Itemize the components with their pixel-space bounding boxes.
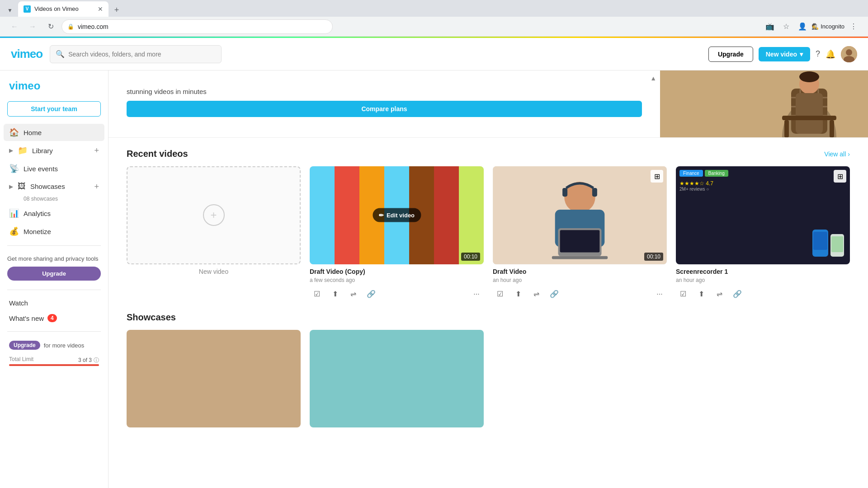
upgrade-prompt-text: Get more sharing and privacy tools xyxy=(7,255,101,263)
svg-rect-17 xyxy=(784,120,789,137)
vimeo-logo: vimeo xyxy=(9,80,45,92)
star-rating: ★★★★☆ 4.7 xyxy=(679,180,713,187)
new-video-card[interactable]: + New video xyxy=(127,166,301,301)
compare-plans-btn[interactable]: Compare plans xyxy=(127,101,642,117)
tabs-menu-btn[interactable]: ▼ xyxy=(4,4,16,17)
tab-bar: ▼ V Videos on Vimeo ✕ + xyxy=(0,0,868,17)
upgrade-inline: Upgrade for more videos xyxy=(0,337,108,353)
more-btn[interactable]: ⋮ xyxy=(846,19,861,34)
upgrade-section: Get more sharing and privacy tools Upgra… xyxy=(0,251,108,284)
color-bar-red xyxy=(335,166,359,264)
profile-btn[interactable]: 👤 xyxy=(795,19,810,34)
start-team-btn[interactable]: Start your team xyxy=(7,101,101,117)
browser-window: ▼ V Videos on Vimeo ✕ + ← → ↻ 🔒 vimeo.co… xyxy=(0,0,868,488)
app-preview xyxy=(810,227,846,261)
color-bar-cyan xyxy=(310,166,335,264)
user-avatar[interactable] xyxy=(841,46,857,62)
showcase-card-1[interactable] xyxy=(127,330,301,432)
video-actions-draft: ☑ ⬆ ⇌ 🔗 ··· xyxy=(493,287,667,301)
showcase-card-2[interactable] xyxy=(310,330,484,432)
vimeo-app-header: vimeo 🔍 Upgrade New video ▾ ? 🔔 xyxy=(0,38,868,70)
video-time-screen: an hour ago xyxy=(676,277,850,283)
sidebar-item-library[interactable]: ▶ 📁 Library + xyxy=(4,142,104,159)
showcases-add-btn[interactable]: + xyxy=(94,183,99,191)
screen-thumb-content: Finance Banking ★★★★☆ 4.7 2M+ reviews ○ xyxy=(676,166,850,264)
help-icon[interactable]: ? xyxy=(816,49,820,59)
total-limit-label: Total Limit xyxy=(9,356,33,362)
new-tab-btn[interactable]: + xyxy=(110,4,123,17)
search-bar[interactable]: 🔍 xyxy=(50,45,222,63)
active-tab[interactable]: V Videos on Vimeo ✕ xyxy=(18,1,108,17)
upgrade-sidebar-btn[interactable]: Upgrade xyxy=(7,267,101,281)
video-title-draft-copy: Draft Video (Copy) xyxy=(310,268,484,275)
search-input[interactable] xyxy=(68,51,216,58)
video-actions-screen: ☑ ⬆ ⇌ 🔗 xyxy=(676,287,850,301)
sidebar-item-live[interactable]: 📡 Live events xyxy=(4,160,104,177)
top-section: ▲ stunning videos in minutes Compare pla… xyxy=(108,70,868,138)
screen-tags: Finance Banking xyxy=(679,170,728,177)
edit-video-overlay[interactable]: ✏ Edit video xyxy=(373,208,421,222)
share-btn-draft[interactable]: ⇌ xyxy=(529,287,543,301)
upload-btn-draft-copy[interactable]: ⬆ xyxy=(328,287,342,301)
sidebar-item-showcases[interactable]: ▶ 🖼 Showcases + xyxy=(4,178,104,195)
link-btn-screen[interactable]: 🔗 xyxy=(730,287,745,301)
app-container: vimeo 🔍 Upgrade New video ▾ ? 🔔 xyxy=(0,38,868,488)
sidebar-item-watch[interactable]: Watch xyxy=(0,296,108,310)
collapse-promo-btn[interactable]: ▲ xyxy=(650,74,656,82)
tab-close-btn[interactable]: ✕ xyxy=(98,5,103,13)
total-limit-info-icon: ⓘ xyxy=(94,357,99,364)
video-time-draft: an hour ago xyxy=(493,277,667,283)
back-btn[interactable]: ← xyxy=(7,19,22,34)
view-all-link[interactable]: View all › xyxy=(824,150,850,158)
watch-label: Watch xyxy=(9,299,28,307)
video-card-draft-copy[interactable]: ✏ Edit video 00:10 Draft Video (Copy) a … xyxy=(310,166,484,301)
upgrade-btn[interactable]: Upgrade xyxy=(708,47,753,62)
chevron-down-icon: ▾ xyxy=(800,51,803,58)
review-btn-screen[interactable]: ☑ xyxy=(676,287,690,301)
sidebar-item-whats-new[interactable]: What's new 4 xyxy=(0,310,108,326)
bookmark-btn[interactable]: ☆ xyxy=(779,19,793,34)
showcase-grid xyxy=(127,330,850,432)
address-bar[interactable]: 🔒 vimeo.com xyxy=(61,19,333,34)
bell-icon[interactable]: 🔔 xyxy=(826,49,835,59)
share-btn-draft-copy[interactable]: ⇌ xyxy=(346,287,360,301)
video-card-screen[interactable]: Finance Banking ★★★★☆ 4.7 2M+ reviews ○ xyxy=(676,166,850,301)
forward-btn[interactable]: → xyxy=(25,19,40,34)
more-btn-draft-copy[interactable]: ··· xyxy=(469,287,484,301)
share-btn-screen[interactable]: ⇌ xyxy=(712,287,726,301)
chevron-showcases-icon: ▶ xyxy=(9,183,13,190)
video-card-draft[interactable]: ⊞ 00:10 Draft Video an hour ago ☑ ⬆ ⇌ 🔗 xyxy=(493,166,667,301)
new-video-btn[interactable]: New video ▾ xyxy=(759,47,810,61)
showcases-section: Showcases xyxy=(108,312,868,442)
draft-illustration xyxy=(493,166,667,264)
link-btn-draft-copy[interactable]: 🔗 xyxy=(364,287,378,301)
sidebar-nav: 🏠 Home ▶ 📁 Library + 📡 Live events xyxy=(0,124,108,240)
library-add-btn[interactable]: + xyxy=(94,146,99,155)
incognito-label: Incognito xyxy=(821,23,844,30)
showcase-thumb-2 xyxy=(310,330,484,428)
sidebar-item-monetize[interactable]: 💰 Monetize xyxy=(4,223,104,240)
svg-rect-4 xyxy=(660,70,868,137)
link-btn-draft[interactable]: 🔗 xyxy=(547,287,561,301)
new-video-label: New video xyxy=(127,268,301,275)
review-btn-draft-copy[interactable]: ☑ xyxy=(310,287,324,301)
sidebar-item-home[interactable]: 🏠 Home xyxy=(4,124,104,141)
plus-circle-icon: + xyxy=(203,204,225,226)
banking-tag: Banking xyxy=(705,170,728,177)
upload-btn-screen[interactable]: ⬆ xyxy=(694,287,708,301)
sidebar-item-analytics[interactable]: 📊 Analytics xyxy=(4,205,104,222)
video-options-draft[interactable]: ⊞ xyxy=(651,170,663,183)
video-options-screen[interactable]: ⊞ xyxy=(834,170,846,183)
upload-btn-draft[interactable]: ⬆ xyxy=(511,287,525,301)
svg-point-1 xyxy=(846,49,852,56)
showcase-thumb-1 xyxy=(127,330,301,428)
more-btn-draft[interactable]: ··· xyxy=(652,287,667,301)
whats-new-badge: 4 xyxy=(47,314,57,322)
refresh-btn[interactable]: ↻ xyxy=(43,19,58,34)
total-limit-bar xyxy=(9,364,99,366)
review-btn-draft[interactable]: ☑ xyxy=(493,287,507,301)
svg-rect-30 xyxy=(831,236,843,252)
promo-image xyxy=(660,70,868,137)
options-icon-draft: ⊞ xyxy=(654,172,660,181)
cast-btn[interactable]: 📺 xyxy=(763,19,777,34)
